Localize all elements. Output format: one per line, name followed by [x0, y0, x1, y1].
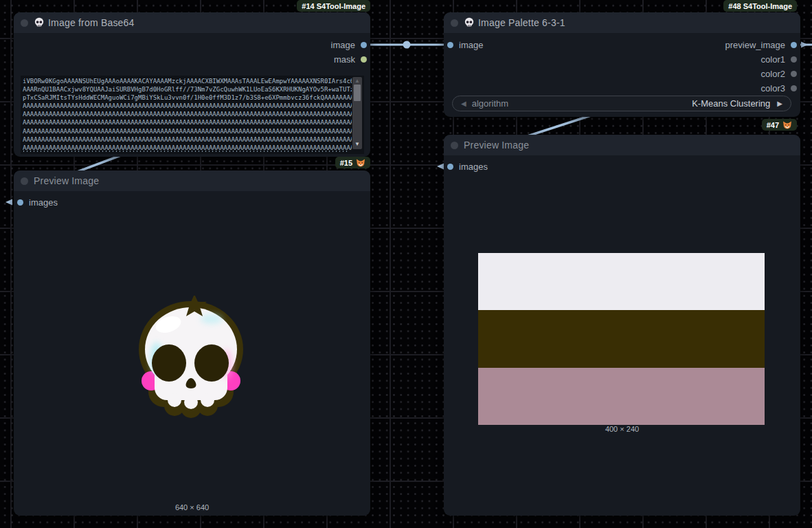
collapse-dot[interactable]: [21, 19, 28, 27]
input-slot-images: images: [447, 160, 488, 173]
list-item: AAAAAAAAAAAAAAAAAAAAAAAAAAAAAAAAAAAAAAAA…: [23, 127, 352, 135]
scroll-down-icon[interactable]: ▼: [352, 140, 362, 148]
output-dot-color3[interactable]: [791, 85, 797, 91]
node-image-palette[interactable]: Image Palette 6-3-1 image preview_image …: [444, 12, 800, 117]
link-arrow-left-icon: [5, 199, 12, 206]
node-preview-image-right[interactable]: Preview Image images 400 × 240: [444, 135, 800, 516]
image-size-caption: 400 × 240: [444, 425, 800, 433]
combo-prev-icon[interactable]: ◀: [461, 100, 466, 107]
palette-band: [478, 253, 765, 310]
output-slot-label: color2: [761, 69, 785, 79]
output-slot-image: image: [331, 38, 367, 51]
input-dot-images[interactable]: [17, 199, 23, 206]
output-slot-mask: mask: [334, 53, 367, 65]
link-arrow-right-icon: [801, 42, 808, 48]
combo-value: K-Means Clustering: [692, 98, 770, 109]
list-item: pTxCSaRJMItsTYsHddWECMAguoWCi7gMBiYSkLu3…: [23, 94, 352, 102]
input-dot-images[interactable]: [447, 164, 453, 170]
badge-node47-label: #47: [767, 121, 779, 129]
node-title: Image Palette 6-3-1: [478, 17, 565, 28]
input-slot-image: image: [447, 38, 483, 51]
skull-icon: [464, 17, 475, 28]
output-slot-label: color1: [761, 54, 785, 65]
output-dot-color1[interactable]: [791, 56, 797, 63]
skull-preview-image: [131, 296, 251, 419]
input-slot-images: images: [17, 196, 58, 208]
output-dot-image[interactable]: [361, 42, 367, 48]
scroll-up-icon[interactable]: ▲: [352, 77, 362, 85]
base64-text: iVBORw0KGgoAAAANSUhEUgAAAoAAAAKACAYAAAAM…: [23, 77, 352, 152]
skull-icon: [34, 17, 45, 28]
output-slot-label: color3: [761, 83, 785, 94]
output-dot-preview-image[interactable]: [791, 42, 797, 48]
palette-band: [478, 310, 765, 367]
node-title: Image from Base64: [48, 17, 135, 28]
output-slot-color1: color1: [761, 53, 797, 65]
output-slot-label: mask: [334, 54, 355, 65]
list-item: AAAAAAAAAAAAAAAAAAAAAAAAAAAAAAAAAAAAAAAA…: [23, 118, 352, 126]
node-preview-right-header[interactable]: Preview Image: [444, 135, 800, 155]
collapse-dot[interactable]: [451, 142, 458, 149]
node-title: Preview Image: [464, 140, 529, 151]
node-preview-image-left[interactable]: Preview Image images: [14, 170, 370, 516]
input-slot-label: images: [459, 162, 488, 172]
combo-label: algorithm: [472, 98, 692, 109]
fox-icon: [356, 159, 365, 167]
output-slot-preview-image: preview_image: [725, 38, 797, 51]
list-item: AAARnQU1BAACxjwv8YQUAAJaiSURBVHgB7d0HoGR…: [23, 85, 352, 94]
list-item: AAAAAAAAAAAAAAAAAAAAAAAAAAAAAAAAAAAAAAAA…: [23, 110, 352, 118]
node-title: Preview Image: [34, 175, 99, 186]
input-dot-image[interactable]: [447, 42, 453, 48]
collapse-dot[interactable]: [451, 19, 458, 27]
link-midpoint-dot[interactable]: [403, 41, 411, 49]
input-slot-label: image: [459, 40, 483, 50]
algorithm-combo-widget[interactable]: ◀ algorithm K-Means Clustering ▶: [452, 96, 791, 111]
output-dot-mask[interactable]: [361, 56, 367, 63]
image-size-caption: 640 × 640: [14, 503, 370, 512]
badge-node15-label: #15: [340, 159, 352, 167]
badge-node15: #15: [335, 157, 370, 168]
badge-node48: #48 S4Tool-Image: [723, 0, 797, 12]
input-slot-label: images: [29, 197, 58, 208]
list-item: iVBORw0KGgoAAAANSUhEUgAAAoAAAAKACAYAAAAM…: [23, 77, 352, 85]
scrollbar-thumb[interactable]: [354, 85, 361, 101]
palette-preview-image: [478, 253, 765, 425]
badge-node14: #14 S4Tool-Image: [297, 0, 370, 12]
base64-textarea[interactable]: iVBORw0KGgoAAAANSUhEUgAAAoAAAAKACAYAAAAM…: [21, 76, 364, 154]
base64-clipped-line: [23, 151, 349, 152]
node-palette-header[interactable]: Image Palette 6-3-1: [444, 12, 800, 33]
badge-node47: #47: [762, 119, 797, 131]
link-arrow-left2-icon: [437, 164, 444, 170]
textarea-scrollbar[interactable]: ▲ ▼: [352, 77, 362, 149]
output-slot-color3: color3: [761, 82, 797, 94]
output-slot-color2: color2: [761, 67, 797, 80]
output-dot-color2[interactable]: [791, 71, 797, 77]
palette-band: [478, 368, 765, 425]
node-image-from-base64[interactable]: Image from Base64 image mask iVBORw0KGgo…: [14, 12, 370, 157]
node-image-from-base64-header[interactable]: Image from Base64: [14, 12, 370, 33]
collapse-dot[interactable]: [21, 177, 28, 185]
output-slot-label: preview_image: [725, 40, 785, 50]
output-slot-label: image: [331, 40, 355, 50]
fox-icon: [782, 121, 792, 129]
combo-next-icon[interactable]: ▶: [777, 100, 782, 107]
list-item: AAAAAAAAAAAAAAAAAAAAAAAAAAAAAAAAAAAAAAAA…: [23, 102, 352, 110]
badge-node14-label: #14 S4Tool-Image: [302, 2, 365, 10]
node-graph-canvas[interactable]: #14 S4Tool-Image #48 S4Tool-Image #15 #4…: [0, 0, 812, 528]
node-preview-left-header[interactable]: Preview Image: [14, 170, 370, 191]
list-item: AAAAAAAAAAAAAAAAAAAAAAAAAAAAAAAAAAAAAAAA…: [23, 135, 352, 144]
badge-node48-label: #48 S4Tool-Image: [728, 2, 792, 10]
